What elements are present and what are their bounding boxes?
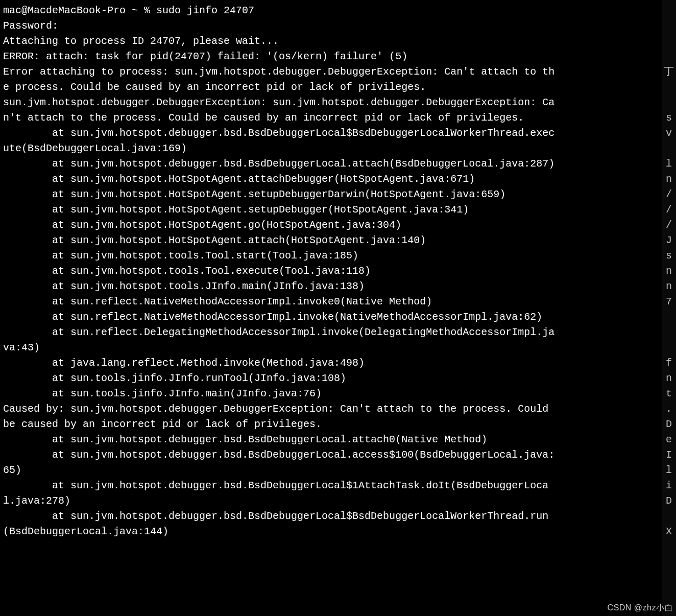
strip-char: /	[662, 202, 676, 218]
strip-char: v	[662, 126, 676, 141]
terminal-body: Password: Attaching to process ID 24707,…	[3, 20, 554, 537]
strip-char: e	[662, 432, 676, 447]
strip-char	[662, 34, 676, 49]
strip-char: l	[662, 463, 676, 478]
strip-char	[662, 340, 676, 356]
strip-char: s	[662, 248, 676, 264]
strip-char: i	[662, 478, 676, 493]
strip-char: J	[662, 233, 676, 248]
strip-char	[662, 325, 676, 340]
strip-char: n	[662, 371, 676, 386]
strip-char	[662, 80, 676, 95]
strip-char: I	[662, 447, 676, 463]
strip-char: D	[662, 417, 676, 432]
strip-char	[662, 95, 676, 110]
strip-char	[662, 509, 676, 524]
strip-char: s	[662, 110, 676, 126]
strip-char: .	[662, 401, 676, 417]
strip-char	[662, 49, 676, 64]
strip-char: n	[662, 172, 676, 187]
strip-char	[662, 18, 676, 34]
strip-char: l	[662, 156, 676, 172]
strip-char: /	[662, 218, 676, 233]
strip-char: n	[662, 264, 676, 279]
strip-char: f	[662, 356, 676, 371]
strip-char: X	[662, 524, 676, 539]
adjacent-window-strip: 丁svln///Jsnn7fnt.DeIliDX	[662, 0, 676, 616]
strip-char	[662, 310, 676, 325]
terminal-output[interactable]: mac@MacdeMacBook-Pro ~ % sudo jinfo 2470…	[0, 0, 558, 616]
shell-prompt: mac@MacdeMacBook-Pro ~ %	[3, 5, 156, 16]
strip-char	[662, 3, 676, 18]
strip-char: 丁	[662, 64, 676, 80]
strip-char: n	[662, 279, 676, 294]
strip-char	[662, 141, 676, 156]
strip-char: /	[662, 187, 676, 202]
strip-char: 7	[662, 294, 676, 310]
strip-char: D	[662, 493, 676, 509]
strip-char: t	[662, 386, 676, 401]
watermark-text: CSDN @zhz小白	[608, 602, 673, 614]
shell-command: sudo jinfo 24707	[156, 5, 254, 16]
